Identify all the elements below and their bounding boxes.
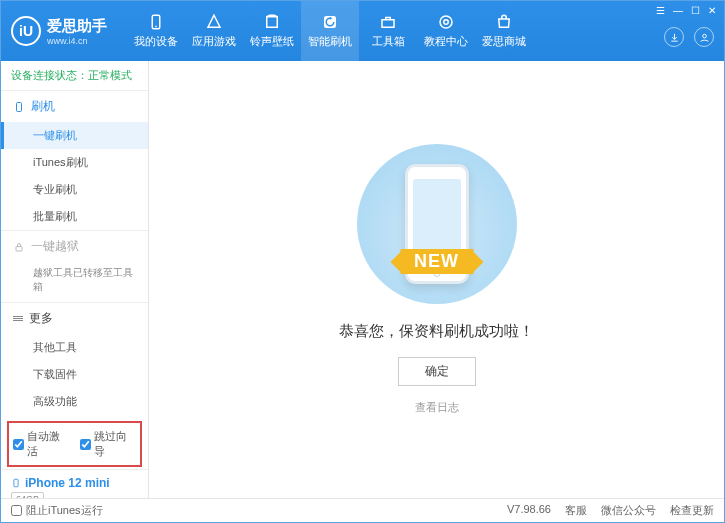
- success-message: 恭喜您，保资料刷机成功啦！: [339, 322, 534, 341]
- section-title: 刷机: [31, 98, 55, 115]
- svg-rect-9: [16, 246, 22, 251]
- svg-point-6: [444, 20, 449, 25]
- nav-ringtones[interactable]: 铃声壁纸: [243, 1, 301, 61]
- version-label: V7.98.66: [507, 503, 551, 518]
- view-log-link[interactable]: 查看日志: [415, 400, 459, 415]
- sidebar-section-flash[interactable]: 刷机: [1, 91, 148, 122]
- checkbox-skip-guide[interactable]: 跳过向导: [80, 429, 137, 459]
- checkbox-label: 自动激活: [27, 429, 70, 459]
- tutorial-icon: [437, 13, 455, 31]
- lock-icon: [13, 241, 25, 253]
- footer: 阻止iTunes运行 V7.98.66 客服 微信公众号 检查更新: [1, 498, 724, 522]
- logo-icon: iU: [11, 16, 41, 46]
- support-link[interactable]: 客服: [565, 503, 587, 518]
- account-button[interactable]: [694, 27, 714, 47]
- check-update-link[interactable]: 检查更新: [670, 503, 714, 518]
- list-icon: [13, 315, 23, 323]
- device-name: iPhone 12 mini: [11, 476, 138, 490]
- toolbox-icon: [379, 13, 397, 31]
- logo: iU 爱思助手 www.i4.cn: [11, 16, 107, 46]
- menu-icon[interactable]: ☰: [656, 5, 665, 16]
- sidebar-item-batch-flash[interactable]: 批量刷机: [1, 203, 148, 230]
- checkbox-block-itunes[interactable]: 阻止iTunes运行: [11, 503, 103, 518]
- sidebar-item-download-firmware[interactable]: 下载固件: [1, 361, 148, 388]
- sidebar-item-other-tools[interactable]: 其他工具: [1, 334, 148, 361]
- checkbox-input[interactable]: [11, 505, 22, 516]
- wechat-link[interactable]: 微信公众号: [601, 503, 656, 518]
- nav-apps[interactable]: 应用游戏: [185, 1, 243, 61]
- checkbox-label: 跳过向导: [94, 429, 137, 459]
- svg-point-5: [440, 16, 452, 28]
- maximize-icon[interactable]: ☐: [691, 5, 700, 16]
- apps-icon: [205, 13, 223, 31]
- section-title: 一键越狱: [31, 238, 79, 255]
- phone-icon: [13, 101, 25, 113]
- close-icon[interactable]: ✕: [708, 5, 716, 16]
- download-button[interactable]: [664, 27, 684, 47]
- minimize-icon[interactable]: —: [673, 5, 683, 16]
- nav-store[interactable]: 爱思商城: [475, 1, 533, 61]
- section-title: 更多: [29, 310, 53, 327]
- device-block[interactable]: iPhone 12 mini 64GB Down-12mini-13,1: [1, 469, 148, 498]
- nav-label: 工具箱: [372, 34, 405, 49]
- new-banner: NEW: [400, 249, 473, 274]
- status-value: 正常模式: [88, 69, 132, 81]
- svg-rect-10: [14, 479, 18, 487]
- jailbreak-note: 越狱工具已转移至工具箱: [1, 262, 148, 302]
- status-label: 设备连接状态：: [11, 69, 88, 81]
- svg-rect-8: [17, 102, 22, 111]
- logo-title: 爱思助手: [47, 17, 107, 36]
- footer-right: V7.98.66 客服 微信公众号 检查更新: [507, 503, 714, 518]
- store-icon: [495, 13, 513, 31]
- checkbox-label: 阻止iTunes运行: [26, 503, 103, 518]
- options-box: 自动激活 跳过向导: [7, 421, 142, 467]
- ok-button[interactable]: 确定: [398, 357, 476, 386]
- nav-label: 铃声壁纸: [250, 34, 294, 49]
- nav-smart-flash[interactable]: 智能刷机: [301, 1, 359, 61]
- nav-toolbox[interactable]: 工具箱: [359, 1, 417, 61]
- checkbox-input[interactable]: [80, 439, 91, 450]
- app-header: iU 爱思助手 www.i4.cn 我的设备 应用游戏 铃声壁纸 智能刷机 工具…: [1, 1, 724, 61]
- phone-icon: [147, 13, 165, 31]
- success-illustration: NEW: [357, 144, 517, 304]
- nav-label: 教程中心: [424, 34, 468, 49]
- svg-rect-4: [382, 20, 394, 28]
- header-actions: [664, 27, 714, 47]
- sidebar-section-jailbreak: 一键越狱: [1, 231, 148, 262]
- sidebar-item-pro-flash[interactable]: 专业刷机: [1, 176, 148, 203]
- sidebar: 设备连接状态：正常模式 刷机 一键刷机 iTunes刷机 专业刷机 批量刷机 一…: [1, 61, 149, 498]
- window-controls: ☰ — ☐ ✕: [656, 5, 716, 16]
- sidebar-item-itunes-flash[interactable]: iTunes刷机: [1, 149, 148, 176]
- sidebar-item-one-key-flash[interactable]: 一键刷机: [1, 122, 148, 149]
- main-nav: 我的设备 应用游戏 铃声壁纸 智能刷机 工具箱 教程中心 爱思商城: [127, 1, 533, 61]
- svg-point-7: [702, 34, 706, 38]
- device-status: 设备连接状态：正常模式: [1, 61, 148, 90]
- nav-my-device[interactable]: 我的设备: [127, 1, 185, 61]
- svg-rect-2: [267, 17, 278, 28]
- main-content: NEW 恭喜您，保资料刷机成功啦！ 确定 查看日志: [149, 61, 724, 498]
- refresh-icon: [321, 13, 339, 31]
- nav-tutorials[interactable]: 教程中心: [417, 1, 475, 61]
- device-storage: 64GB: [11, 492, 44, 498]
- checkbox-input[interactable]: [13, 439, 24, 450]
- logo-subtitle: www.i4.cn: [47, 36, 107, 46]
- sidebar-item-advanced[interactable]: 高级功能: [1, 388, 148, 415]
- nav-label: 应用游戏: [192, 34, 236, 49]
- wallpaper-icon: [263, 13, 281, 31]
- checkbox-auto-activate[interactable]: 自动激活: [13, 429, 70, 459]
- nav-label: 我的设备: [134, 34, 178, 49]
- sidebar-section-more[interactable]: 更多: [1, 303, 148, 334]
- device-icon: [11, 476, 21, 490]
- nav-label: 爱思商城: [482, 34, 526, 49]
- nav-label: 智能刷机: [308, 34, 352, 49]
